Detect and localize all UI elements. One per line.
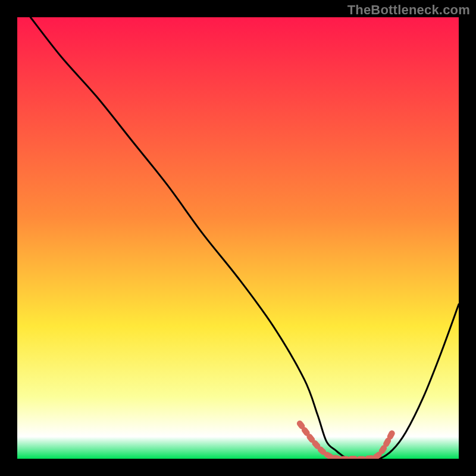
- watermark-text: TheBottleneck.com: [347, 2, 470, 18]
- gradient-background: [17, 17, 459, 459]
- chart-svg: [17, 17, 459, 459]
- plot-area: [17, 17, 459, 459]
- chart-frame: TheBottleneck.com: [0, 0, 476, 476]
